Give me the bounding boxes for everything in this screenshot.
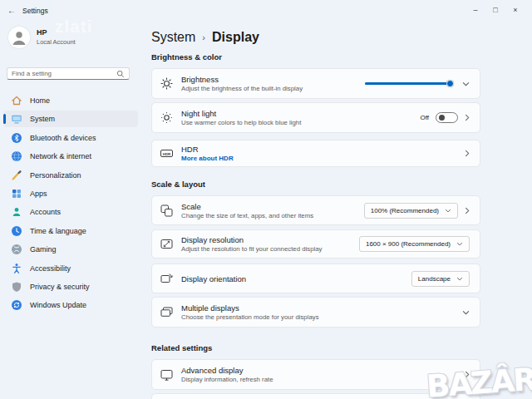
account-type: Local Account (37, 38, 76, 46)
sidebar-item-accounts[interactable]: Accounts (3, 204, 138, 220)
resolution-dropdown[interactable]: 1600 × 900 (Recommended) (359, 236, 470, 252)
sidebar-item-label: Home (30, 96, 50, 105)
sidebar-item-home[interactable]: Home (3, 92, 138, 109)
sidebar-item-accessibility[interactable]: Accessibility (3, 260, 138, 277)
sidebar-item-label: Network & internet (30, 152, 91, 160)
sidebar-item-label: Apps (30, 190, 47, 198)
orientation-icon (160, 272, 174, 286)
titlebar: ← Settings – □ × (0, 0, 532, 23)
sidebar-nav: Home System Bluetooth & devices Network … (3, 92, 138, 313)
row-subtitle: Adjust the brightness of the built-in di… (181, 85, 365, 92)
brightness-row[interactable]: Brightness Adjust the brightness of the … (151, 68, 480, 99)
search-box[interactable] (7, 67, 130, 80)
toggle-knob (439, 115, 445, 121)
chevron-right-icon[interactable] (465, 207, 470, 214)
row-title: Night light (181, 109, 420, 118)
main-content: System › Display Brightness & color Brig… (151, 23, 480, 399)
night-light-icon (160, 111, 174, 125)
sidebar: HP Local Account Home System Bluetooth &… (0, 23, 143, 399)
display-resolution-row[interactable]: Display resolution Adjust the resolution… (151, 229, 480, 259)
window-title: Settings (22, 7, 48, 15)
row-title: Display resolution (181, 235, 359, 244)
account-name: HP (37, 28, 47, 37)
chevron-down-icon (456, 277, 463, 281)
sidebar-item-privacy-security[interactable]: Privacy & security (3, 278, 138, 295)
sidebar-item-label: Bluetooth & devices (30, 134, 96, 142)
home-icon (11, 95, 22, 106)
chevron-down-icon[interactable] (462, 81, 470, 86)
scale-icon (160, 204, 174, 218)
sidebar-item-label: System (30, 115, 55, 123)
section-brightness-color: Brightness & color (151, 53, 480, 62)
scale-row[interactable]: Scale Change the size of text, apps, and… (151, 195, 480, 225)
sidebar-item-system[interactable]: System (3, 111, 138, 127)
sidebar-item-windows-update[interactable]: Windows Update (3, 297, 138, 313)
accessibility-person-icon (11, 263, 22, 274)
chevron-down-icon (456, 242, 463, 246)
advanced-display-row[interactable]: Advanced display Display information, re… (151, 359, 480, 390)
slider-thumb[interactable] (446, 80, 454, 87)
sidebar-item-personalization[interactable]: Personalization (3, 167, 138, 184)
row-title: Brightness (181, 75, 365, 84)
bluetooth-icon (11, 132, 22, 144)
scale-dropdown-value: 100% (Recommended) (371, 207, 439, 214)
clock-icon (11, 225, 22, 237)
page-title: Display (212, 30, 259, 45)
toggle-state-label: Off (420, 114, 429, 121)
back-icon[interactable]: ← (7, 6, 16, 15)
maximize-button[interactable]: □ (485, 2, 505, 17)
update-refresh-icon (11, 299, 22, 311)
search-icon (116, 70, 125, 78)
section-scale-layout: Scale & layout (151, 180, 480, 189)
display-orientation-row[interactable]: Display orientation Landscape (151, 264, 480, 293)
sidebar-item-bluetooth-devices[interactable]: Bluetooth & devices (3, 130, 138, 146)
close-button[interactable]: × (505, 2, 525, 17)
accounts-person-icon (11, 206, 22, 218)
hdr-icon: HDR (160, 146, 174, 160)
row-title: Display orientation (181, 274, 411, 283)
advanced-display-icon (160, 367, 174, 382)
section-related-settings: Related settings (151, 344, 480, 352)
minimize-button[interactable]: – (466, 2, 485, 17)
window-controls: – □ × (466, 2, 525, 17)
chevron-right-icon[interactable] (465, 371, 470, 378)
chevron-right-icon[interactable] (465, 114, 470, 121)
row-subtitle: Choose the presentation mode for your di… (181, 313, 462, 321)
row-title: Multiple displays (181, 303, 462, 313)
brightness-sun-icon (160, 76, 174, 91)
sidebar-item-label: Privacy & security (30, 283, 90, 291)
multiple-displays-row[interactable]: Multiple displays Choose the presentatio… (151, 297, 480, 328)
sidebar-item-label: Time & language (30, 227, 86, 235)
resolution-dropdown-value: 1600 × 900 (Recommended) (366, 240, 451, 248)
night-light-toggle[interactable] (436, 112, 458, 123)
scale-dropdown[interactable]: 100% (Recommended) (364, 203, 458, 219)
row-subtitle: Display information, refresh rate (181, 376, 465, 383)
chevron-down-icon (445, 209, 451, 213)
partial-row[interactable] (151, 393, 480, 399)
sidebar-item-gaming[interactable]: Gaming (3, 241, 138, 258)
more-about-hdr-link[interactable]: More about HDR (181, 155, 465, 163)
sidebar-item-network-internet[interactable]: Network & internet (3, 148, 138, 165)
sidebar-item-time-language[interactable]: Time & language (3, 223, 138, 239)
paintbrush-icon (11, 170, 22, 181)
brightness-slider[interactable] (365, 82, 453, 85)
row-subtitle: Use warmer colors to help block blue lig… (181, 119, 420, 126)
orientation-dropdown-value: Landscape (418, 275, 451, 283)
row-subtitle: Change the size of text, apps, and other… (181, 212, 364, 219)
breadcrumb-parent[interactable]: System (151, 30, 195, 45)
apps-grid-icon (11, 188, 22, 200)
multiple-displays-icon (160, 305, 174, 319)
xbox-icon (11, 244, 22, 255)
selected-indicator (3, 114, 6, 124)
search-input[interactable] (12, 70, 116, 77)
orientation-dropdown[interactable]: Landscape (411, 271, 470, 287)
svg-text:HDR: HDR (163, 152, 171, 156)
chevron-right-icon[interactable] (465, 150, 470, 157)
night-light-row[interactable]: Night light Use warmer colors to help bl… (151, 102, 480, 133)
sidebar-item-apps[interactable]: Apps (3, 185, 138, 202)
breadcrumb-separator-icon: › (202, 32, 205, 42)
hdr-row[interactable]: HDR HDR More about HDR (151, 140, 480, 167)
breadcrumb: System › Display (151, 29, 480, 45)
resolution-icon (160, 237, 174, 251)
chevron-down-icon[interactable] (462, 310, 470, 315)
